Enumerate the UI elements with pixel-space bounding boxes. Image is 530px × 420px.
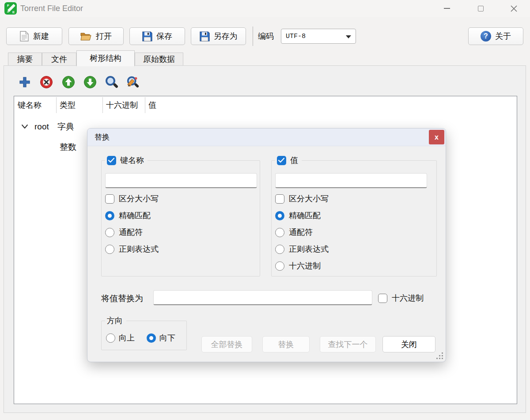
value-regex-radio[interactable]: [275, 245, 284, 254]
dialog-title: 替换: [95, 129, 110, 146]
key-case-sensitive-checkbox[interactable]: [105, 194, 114, 204]
minimize-button[interactable]: [437, 0, 457, 17]
key-exact-match-row[interactable]: 精确匹配: [105, 210, 151, 221]
direction-down-label: 向下: [159, 333, 175, 343]
replace-hex-checkbox[interactable]: [378, 294, 387, 303]
close-dialog-button[interactable]: 关闭: [382, 336, 435, 352]
column-header-key[interactable]: 键名称: [14, 96, 56, 114]
tab-label: 摘要: [17, 55, 33, 64]
encoding-select[interactable]: UTF-8: [281, 29, 356, 44]
encoding-label: 编码: [258, 27, 274, 45]
key-wildcard-label: 通配符: [119, 227, 143, 238]
direction-up-row[interactable]: 向上: [106, 333, 135, 343]
value-exact-match-row[interactable]: 精确匹配: [275, 210, 321, 221]
remove-item-button[interactable]: [39, 75, 53, 89]
arrow-up-icon: [62, 76, 75, 89]
value-hex-radio[interactable]: [275, 261, 284, 271]
floppy-disk-icon: [200, 31, 210, 42]
move-up-button[interactable]: [61, 75, 76, 89]
column-header-hex[interactable]: 十六进制: [102, 96, 145, 114]
key-regex-radio[interactable]: [105, 245, 114, 254]
tab-tree[interactable]: 树形结构: [76, 50, 135, 66]
title-bar[interactable]: F E Torrent File Editor: [0, 0, 530, 17]
about-button-label: 关于: [495, 31, 511, 42]
value-regex-label: 正则表达式: [289, 244, 329, 254]
column-header-value[interactable]: 值: [145, 96, 156, 114]
value-hex-row[interactable]: 十六进制: [275, 261, 321, 271]
replace-all-label: 全部替换: [211, 339, 243, 350]
find-replace-button[interactable]: [126, 75, 140, 89]
find-button[interactable]: [105, 75, 119, 89]
value-wildcard-label: 通配符: [289, 227, 313, 238]
save-button[interactable]: 保存: [129, 27, 185, 45]
check-icon: [278, 158, 284, 163]
replace-all-button[interactable]: 全部替换: [201, 336, 252, 352]
tab-label: 原始数据: [143, 55, 175, 64]
replace-with-input[interactable]: [153, 290, 372, 305]
column-header-type[interactable]: 类型: [56, 96, 102, 114]
open-button[interactable]: 打开: [68, 27, 124, 45]
check-icon: [108, 158, 114, 163]
close-icon: [511, 5, 517, 12]
replace-button[interactable]: 替换: [262, 336, 310, 352]
key-name-checkbox[interactable]: [107, 156, 116, 165]
minimize-icon: [444, 8, 450, 9]
save-button-label: 保存: [156, 31, 172, 42]
direction-down-radio[interactable]: [147, 333, 156, 343]
key-regex-row[interactable]: 正则表达式: [105, 244, 159, 254]
help-icon: ?: [481, 31, 491, 42]
key-exact-match-label: 精确匹配: [119, 210, 151, 221]
column-divider[interactable]: [102, 97, 103, 113]
value-case-sensitive-checkbox[interactable]: [275, 194, 284, 204]
close-icon: x: [435, 133, 439, 141]
about-button[interactable]: ? 关于: [468, 27, 523, 45]
delete-icon: [40, 76, 53, 89]
key-case-sensitive-row[interactable]: 区分大小写: [105, 193, 159, 204]
key-regex-label: 正则表达式: [119, 244, 159, 254]
maximize-icon: [478, 6, 484, 11]
value-search-input[interactable]: [275, 173, 427, 188]
value-group-label: 值: [290, 155, 298, 166]
document-icon: [19, 31, 29, 42]
save-as-button-label: 另存为: [214, 31, 238, 42]
key-wildcard-radio[interactable]: [105, 228, 114, 237]
value-regex-row[interactable]: 正则表达式: [275, 244, 329, 254]
arrow-down-icon: [83, 76, 97, 89]
tab-files[interactable]: 文件: [42, 53, 76, 66]
value-case-sensitive-row[interactable]: 区分大小写: [275, 193, 329, 204]
add-item-button[interactable]: [18, 75, 32, 89]
chevron-down-icon[interactable]: [21, 124, 28, 129]
direction-group-header: 方向: [105, 315, 126, 326]
app-logo-icon: F E: [4, 2, 17, 15]
replace-with-label: 将值替换为: [101, 293, 143, 304]
toolbar-separator: [253, 26, 253, 46]
key-exact-match-radio[interactable]: [105, 211, 114, 220]
close-button[interactable]: [504, 0, 524, 17]
value-group-header[interactable]: 值: [275, 155, 302, 166]
value-wildcard-radio[interactable]: [275, 228, 284, 237]
replace-hex-row[interactable]: 十六进制: [378, 293, 424, 303]
replace-hex-label: 十六进制: [392, 293, 424, 303]
new-button[interactable]: 新建: [6, 27, 62, 45]
maximize-button[interactable]: [470, 0, 491, 17]
svg-text:E: E: [12, 10, 15, 14]
column-divider[interactable]: [145, 97, 145, 113]
tab-raw-data[interactable]: 原始数据: [135, 53, 183, 66]
value-wildcard-row[interactable]: 通配符: [275, 227, 313, 238]
save-as-button[interactable]: 另存为: [191, 27, 246, 45]
move-down-button[interactable]: [83, 75, 97, 89]
tab-summary[interactable]: 摘要: [8, 53, 42, 66]
direction-up-radio[interactable]: [106, 333, 115, 343]
key-search-input[interactable]: [105, 173, 257, 188]
resize-grip[interactable]: [436, 352, 443, 359]
key-wildcard-row[interactable]: 通配符: [105, 227, 143, 238]
value-exact-match-radio[interactable]: [275, 211, 284, 220]
key-name-group: 键名称 区分大小写 精确匹配 通配符 正则表达式: [101, 160, 260, 276]
key-name-group-header[interactable]: 键名称: [105, 155, 148, 166]
dialog-title-bar[interactable]: 替换 x: [87, 129, 446, 146]
direction-down-row[interactable]: 向下: [147, 333, 175, 343]
value-checkbox[interactable]: [277, 156, 286, 165]
find-next-button[interactable]: 查找下一个: [320, 336, 376, 352]
dialog-close-button[interactable]: x: [429, 130, 444, 144]
column-divider[interactable]: [56, 97, 57, 113]
